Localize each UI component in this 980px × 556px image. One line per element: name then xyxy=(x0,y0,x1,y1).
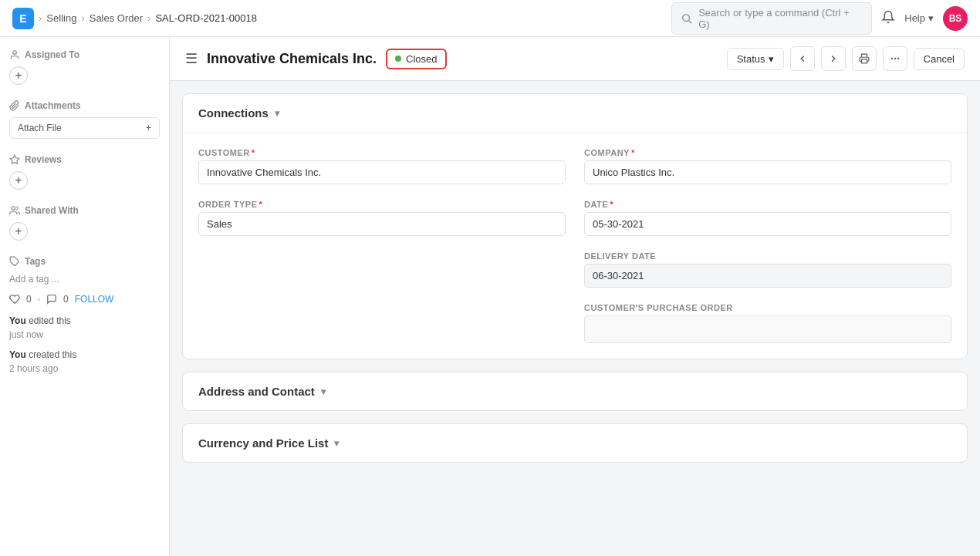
attach-file-button[interactable]: Attach File + xyxy=(9,117,160,139)
svg-point-9 xyxy=(897,58,898,59)
company-required: * xyxy=(631,148,635,157)
help-label: Help xyxy=(904,12,925,24)
add-assigned-button[interactable]: + xyxy=(9,66,28,85)
print-icon xyxy=(859,53,870,64)
activity-time-1: 2 hours ago xyxy=(9,363,58,374)
customer-field: Customer * Innovative Chemicals Inc. xyxy=(198,148,566,184)
currency-price-header[interactable]: Currency and Price List ▾ xyxy=(183,424,967,462)
print-button[interactable] xyxy=(852,46,877,71)
status-button[interactable]: Status ▾ xyxy=(727,48,784,70)
reviews-section: Reviews + xyxy=(9,154,160,190)
connections-chevron-icon: ▾ xyxy=(275,108,279,119)
currency-chevron-icon: ▾ xyxy=(334,438,339,449)
reviews-title: Reviews xyxy=(9,154,160,165)
shared-with-title: Shared With xyxy=(9,205,160,216)
more-options-button[interactable] xyxy=(883,46,907,71)
notifications-button[interactable] xyxy=(881,10,895,26)
date-value[interactable]: 05-30-2021 xyxy=(584,212,951,236)
svg-point-2 xyxy=(13,51,17,55)
breadcrumb-area: E › Selling › Sales Order › SAL-ORD-2021… xyxy=(12,8,257,29)
company-field: Company * Unico Plastics Inc. xyxy=(584,148,951,184)
tags-label: Tags xyxy=(25,256,46,267)
tags-title: Tags xyxy=(9,256,160,267)
svg-rect-6 xyxy=(861,59,867,63)
svg-line-1 xyxy=(689,20,691,22)
dot-separator: · xyxy=(38,294,40,305)
assigned-to-label: Assigned To xyxy=(25,49,79,60)
paperclip-icon xyxy=(9,100,20,111)
order-type-label: Order Type * xyxy=(198,200,566,209)
connections-section-label: Connections xyxy=(198,106,269,120)
chevron-right-icon xyxy=(828,53,839,64)
customer-value[interactable]: Innovative Chemicals Inc. xyxy=(198,160,566,184)
connections-section-body: Customer * Innovative Chemicals Inc. Com… xyxy=(183,133,967,359)
shared-with-label: Shared With xyxy=(25,205,79,216)
tag-icon xyxy=(9,256,20,267)
activity-action-0: edited this xyxy=(29,315,71,326)
breadcrumb-current: SAL-ORD-2021-00018 xyxy=(155,12,257,24)
doc-title-area: ☰ Innovative Chemicals Inc. Closed xyxy=(185,49,447,69)
cancel-button[interactable]: Cancel xyxy=(914,48,965,70)
ellipsis-icon xyxy=(890,53,901,64)
follow-button[interactable]: FOLLOW xyxy=(75,294,114,305)
breadcrumb-sales-order[interactable]: Sales Order xyxy=(90,12,143,24)
status-dot xyxy=(395,56,401,62)
search-placeholder: Search or type a command (Ctrl + G) xyxy=(698,7,862,30)
prev-button[interactable] xyxy=(790,46,815,71)
breadcrumb-selling[interactable]: Selling xyxy=(46,12,76,24)
activity-actor-0: You xyxy=(9,315,26,326)
customer-required: * xyxy=(252,148,255,157)
add-tag-text[interactable]: Add a tag ... xyxy=(9,274,59,285)
main-content: ☰ Innovative Chemicals Inc. Closed Statu… xyxy=(170,37,980,556)
reviews-label: Reviews xyxy=(25,154,62,165)
attachments-title: Attachments xyxy=(9,100,160,111)
help-button[interactable]: Help ▾ xyxy=(904,12,934,24)
company-value[interactable]: Unico Plastics Inc. xyxy=(584,160,951,184)
attachments-section: Attachments Attach File + xyxy=(9,100,160,139)
currency-price-label: Currency and Price List xyxy=(198,436,328,450)
sep3: › xyxy=(147,12,150,24)
purchase-order-field: Customer's Purchase Order xyxy=(584,303,951,343)
activity-item-0: You edited this just now xyxy=(9,314,160,342)
order-type-value[interactable]: Sales xyxy=(198,212,566,236)
delivery-date-field: Delivery Date 06-30-2021 xyxy=(584,251,951,288)
activity-actor-1: You xyxy=(9,349,26,360)
connections-section: Connections ▾ Customer * Innovative Chem… xyxy=(182,93,968,359)
heart-icon xyxy=(9,294,20,305)
delivery-date-value[interactable]: 06-30-2021 xyxy=(584,264,951,288)
tags-section: Tags Add a tag ... xyxy=(9,256,160,285)
shared-icon xyxy=(9,205,20,216)
app-icon[interactable]: E xyxy=(12,8,34,29)
bell-icon xyxy=(881,10,895,24)
avatar[interactable]: BS xyxy=(943,6,968,31)
doc-actions: Status ▾ xyxy=(727,46,965,71)
next-button[interactable] xyxy=(821,46,846,71)
date-label: Date * xyxy=(584,200,951,209)
page-layout: Assigned To + Attachments Attach File + xyxy=(0,37,980,556)
star-icon xyxy=(9,154,20,165)
hamburger-button[interactable]: ☰ xyxy=(185,50,198,67)
purchase-order-label: Customer's Purchase Order xyxy=(584,303,951,312)
shared-with-section: Shared With + xyxy=(9,205,160,241)
delivery-date-label: Delivery Date xyxy=(584,251,951,261)
doc-title: Innovative Chemicals Inc. xyxy=(207,51,377,67)
sep2: › xyxy=(81,12,84,24)
search-icon xyxy=(681,13,692,24)
connections-section-header[interactable]: Connections ▾ xyxy=(183,94,967,133)
navbar: E › Selling › Sales Order › SAL-ORD-2021… xyxy=(0,0,980,37)
status-btn-label: Status xyxy=(737,53,765,65)
address-contact-label: Address and Contact xyxy=(198,385,315,398)
attach-plus-icon: + xyxy=(146,123,151,133)
chevron-left-icon xyxy=(797,53,808,64)
add-review-button[interactable]: + xyxy=(9,171,28,190)
purchase-order-value[interactable] xyxy=(584,315,951,343)
attach-file-label: Attach File xyxy=(18,123,62,133)
connections-form-grid: Customer * Innovative Chemicals Inc. Com… xyxy=(198,148,951,343)
likes-row: 0 · 0 FOLLOW xyxy=(9,294,160,305)
search-bar[interactable]: Search or type a command (Ctrl + G) xyxy=(671,2,872,35)
sidebar: Assigned To + Attachments Attach File + xyxy=(0,37,170,556)
address-contact-header[interactable]: Address and Contact ▾ xyxy=(183,372,967,410)
currency-price-section: Currency and Price List ▾ xyxy=(182,423,968,463)
svg-point-7 xyxy=(890,58,892,59)
add-shared-button[interactable]: + xyxy=(9,222,28,241)
